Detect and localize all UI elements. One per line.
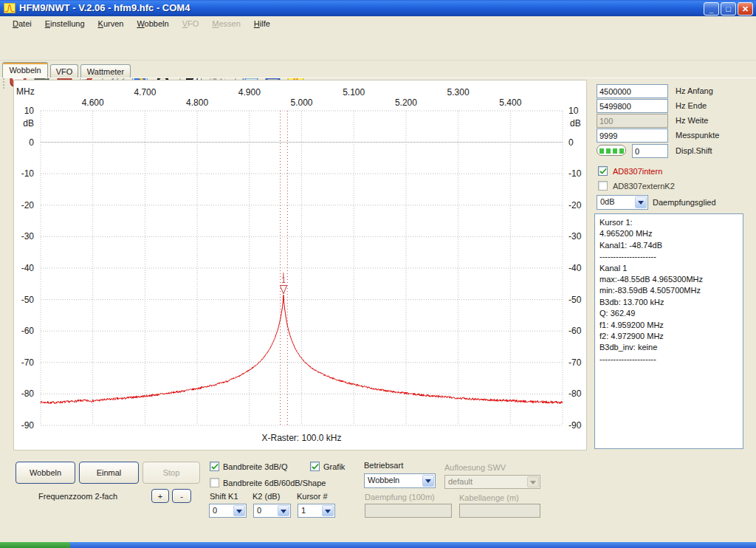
grafik-label: Grafik bbox=[323, 462, 345, 471]
taskbar[interactable] bbox=[0, 542, 756, 548]
check-icon bbox=[599, 167, 608, 176]
svg-text:4.600: 4.600 bbox=[82, 97, 104, 108]
svg-text:-60: -60 bbox=[568, 326, 582, 336]
svg-text:5.300: 5.300 bbox=[447, 87, 470, 97]
chevron-down-icon[interactable] bbox=[233, 505, 245, 516]
trace-kanal1 bbox=[41, 295, 563, 404]
kabellaenge-input bbox=[459, 504, 540, 518]
hz-weite-label: Hz Weite bbox=[676, 116, 708, 125]
menu-einstellung[interactable]: Einstellung bbox=[38, 16, 92, 32]
svg-text:-10: -10 bbox=[21, 168, 35, 179]
zoom-minus-button[interactable]: - bbox=[172, 489, 191, 503]
svg-text:0: 0 bbox=[29, 137, 34, 148]
displ-shift-input[interactable] bbox=[632, 144, 668, 158]
svg-text:-60: -60 bbox=[21, 326, 35, 336]
svg-text:-40: -40 bbox=[21, 263, 35, 273]
tab-vfo[interactable]: VFO bbox=[50, 64, 78, 78]
cursor-info-text: Kursor 1: 4.965200 MHz Kanal1: -48.74dB … bbox=[599, 217, 703, 365]
kursor-value: 1 bbox=[301, 506, 306, 515]
window-title: HFM9/NWT - V.2.06 - hfm9.hfc - COM4 bbox=[19, 2, 190, 13]
shift-k1-value: 0 bbox=[213, 506, 217, 515]
chevron-down-icon[interactable] bbox=[635, 196, 647, 208]
bandbreite-3db-label: Bandbreite 3dB/Q bbox=[223, 462, 287, 471]
aufloesung-label: Aufloesung SWV bbox=[444, 463, 506, 472]
cursor-info: Kursor 1: 4.965200 MHz Kanal1: -48.74dB … bbox=[594, 213, 743, 449]
grafik-checkbox[interactable] bbox=[310, 462, 320, 471]
displ-shift-label: Displ.Shift bbox=[676, 146, 712, 155]
zoom-plus-button[interactable]: + bbox=[151, 489, 169, 503]
menu-kurven[interactable]: Kurven bbox=[92, 16, 131, 32]
betriebsart-value: Wobbeln bbox=[368, 476, 399, 484]
chevron-down-icon[interactable] bbox=[278, 505, 289, 516]
maximize-button[interactable]: □ bbox=[721, 2, 736, 16]
svg-text:10: 10 bbox=[24, 106, 35, 116]
stop-button: Stop bbox=[142, 462, 200, 484]
close-button[interactable]: ✕ bbox=[738, 2, 753, 16]
k2-db-label: K2 (dB) bbox=[252, 492, 280, 501]
svg-text:4.800: 4.800 bbox=[186, 97, 208, 108]
cursor-marker bbox=[280, 285, 286, 294]
menu-datei[interactable]: Datei bbox=[6, 16, 38, 32]
tab-wobbeln[interactable]: Wobbeln bbox=[2, 62, 48, 78]
messpunkte-input[interactable] bbox=[597, 129, 668, 143]
daempfung-label: Daempfung (100m) bbox=[365, 493, 435, 501]
wobbeln-button[interactable]: Wobbeln bbox=[16, 462, 75, 484]
ad8307intern-label: AD8307intern bbox=[613, 167, 662, 176]
svg-text:-90: -90 bbox=[21, 420, 35, 431]
svg-text:-40: -40 bbox=[568, 263, 582, 273]
tab-wattmeter[interactable]: Wattmeter bbox=[80, 64, 131, 78]
svg-text:-50: -50 bbox=[568, 295, 582, 305]
svg-text:-70: -70 bbox=[568, 357, 582, 368]
kursor-select[interactable]: 1 bbox=[298, 504, 335, 518]
svg-text:0: 0 bbox=[568, 137, 574, 148]
kabellaenge-label: Kabellaenge (m) bbox=[459, 493, 519, 502]
ad8307externk2-checkbox[interactable] bbox=[598, 181, 608, 191]
aufloesung-value: default bbox=[448, 477, 472, 486]
bandbreite-3db-checkbox[interactable] bbox=[210, 462, 219, 471]
displ-shift-progress bbox=[597, 145, 626, 156]
svg-text:dB: dB bbox=[570, 118, 581, 129]
svg-text:MHz: MHz bbox=[16, 86, 35, 97]
shift-k1-label: Shift K1 bbox=[210, 492, 238, 501]
ad8307intern-checkbox[interactable] bbox=[598, 166, 608, 176]
toolbar: K1 K2 bbox=[0, 32, 756, 61]
shift-k1-select[interactable]: 0 bbox=[209, 504, 247, 518]
hz-ende-label: Hz Ende bbox=[676, 101, 707, 110]
chevron-down-icon[interactable] bbox=[422, 475, 434, 487]
svg-text:5.100: 5.100 bbox=[343, 87, 365, 97]
daempfungsglied-value: 0dB bbox=[600, 197, 615, 206]
bandbreite-6db-checkbox[interactable] bbox=[210, 478, 219, 487]
einmal-button[interactable]: Einmal bbox=[79, 462, 139, 484]
betriebsart-select[interactable]: Wobbeln bbox=[364, 473, 436, 488]
svg-text:-70: -70 bbox=[21, 357, 35, 368]
k2-db-value: 0 bbox=[257, 506, 261, 515]
svg-text:-10: -10 bbox=[568, 168, 582, 179]
sweep-chart[interactable]: 1MHz4.7004.9005.1005.3004.6004.8005.0005… bbox=[13, 80, 587, 451]
aufloesung-select: default bbox=[444, 475, 540, 489]
k2-db-select[interactable]: 0 bbox=[253, 504, 291, 518]
daempfungsglied-select[interactable]: 0dB bbox=[597, 195, 648, 210]
title-bar: HFM9/NWT - V.2.06 - hfm9.hfc - COM4 _ □ … bbox=[0, 0, 756, 16]
betriebsart-label: Betriebsart bbox=[364, 461, 403, 470]
svg-text:-50: -50 bbox=[21, 295, 35, 305]
svg-text:5.000: 5.000 bbox=[290, 97, 312, 108]
menu-bar: Datei Einstellung Kurven Wobbeln VFO Mes… bbox=[0, 16, 756, 32]
menu-hilfe[interactable]: Hilfe bbox=[247, 16, 277, 32]
menu-messen: Messen bbox=[205, 16, 247, 32]
chevron-down-icon[interactable] bbox=[322, 505, 334, 516]
check-icon bbox=[311, 462, 320, 471]
menu-vfo: VFO bbox=[176, 16, 206, 32]
svg-text:4.900: 4.900 bbox=[238, 87, 261, 97]
minimize-button[interactable]: _ bbox=[704, 2, 719, 16]
hz-anfang-input[interactable] bbox=[597, 84, 668, 98]
hz-anfang-label: Hz Anfang bbox=[676, 86, 713, 95]
svg-text:-20: -20 bbox=[21, 200, 35, 210]
hz-ende-input[interactable] bbox=[597, 99, 668, 113]
svg-text:-80: -80 bbox=[21, 388, 35, 399]
menu-wobbeln[interactable]: Wobbeln bbox=[130, 16, 175, 32]
sweep-chart-panel: 1MHz4.7004.9005.1005.3004.6004.8005.0005… bbox=[13, 80, 587, 451]
start-button[interactable] bbox=[0, 542, 70, 548]
ad8307externk2-label: AD8307externK2 bbox=[613, 182, 675, 191]
frequenzzoom-label: Frequenzzoom 2-fach bbox=[38, 492, 117, 501]
svg-text:X-Raster: 100.0 kHz: X-Raster: 100.0 kHz bbox=[261, 433, 341, 443]
